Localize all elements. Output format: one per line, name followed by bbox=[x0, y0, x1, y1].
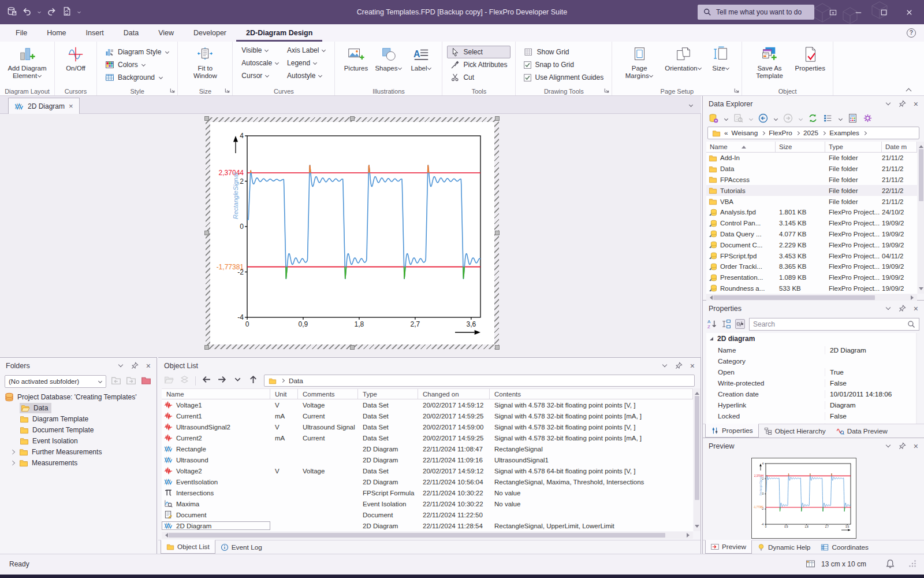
property-row[interactable]: Write-protectedFalse bbox=[706, 377, 917, 388]
objectlist-row[interactable]: MaximaEvent Isolation22/11/2024 10:30:22… bbox=[162, 498, 693, 509]
close-icon[interactable]: × bbox=[914, 442, 918, 450]
objectlist-tab-object-list[interactable]: Object List bbox=[161, 540, 215, 554]
tell-me-input[interactable] bbox=[716, 8, 808, 16]
ribbon-tab-home[interactable]: Home bbox=[37, 24, 76, 42]
chevron-right-icon[interactable] bbox=[10, 460, 16, 465]
objectlist-row[interactable]: Voltage2VVoltageData Set20/02/2017 14:59… bbox=[162, 465, 693, 476]
close-icon[interactable]: × bbox=[914, 305, 918, 313]
breadcrumb-collapsed[interactable]: « bbox=[724, 129, 728, 137]
help-icon[interactable]: ? bbox=[907, 28, 916, 38]
objectlist-forward-arrow-button[interactable] bbox=[217, 375, 227, 387]
ribbon-tab-data[interactable]: Data bbox=[114, 24, 148, 42]
preview-tab-preview[interactable]: Preview bbox=[705, 540, 752, 554]
vertical-scrollbar[interactable] bbox=[916, 333, 917, 425]
ribbon-tab-2d-diagram-design[interactable]: 2D-Diagram Design bbox=[236, 24, 322, 42]
explorer-row[interactable]: VBAFile folder21/11/2 bbox=[706, 196, 917, 207]
properties-tab-properties[interactable]: Properties bbox=[705, 424, 759, 438]
ribbon-button-label[interactable]: ALabel bbox=[405, 44, 437, 74]
diagram-page[interactable]: -4-202400,91,82,73,62,37044-1,77381Recta… bbox=[210, 122, 494, 344]
property-value[interactable]: False bbox=[825, 412, 917, 420]
column-header-unit[interactable]: Unit bbox=[270, 389, 298, 399]
objectlist-down-chevron-button[interactable] bbox=[233, 375, 243, 387]
ribbon-button-autostyle[interactable]: Autostyle bbox=[283, 69, 330, 82]
ribbon-button-diagram-style[interactable]: Diagram Style bbox=[102, 46, 173, 58]
ribbon-button-legend[interactable]: Legend bbox=[283, 57, 330, 69]
resize-handle[interactable] bbox=[204, 345, 209, 350]
breadcrumb-item-flexpro[interactable]: FlexPro bbox=[769, 129, 792, 137]
explorer-row[interactable]: Document C...2.229 KBFlexPro Project...1… bbox=[706, 239, 917, 250]
explorer-row[interactable]: DataFile folder21/11/2 bbox=[706, 164, 917, 175]
objectlist-row[interactable]: 2D Diagram2D Diagram22/11/2024 11:28:54R… bbox=[162, 520, 693, 531]
explorer-list-view-button[interactable] bbox=[823, 113, 833, 125]
objectlist-row[interactable]: EventIsolation2D Diagram22/11/2024 10:56… bbox=[162, 476, 693, 487]
ribbon-button-snap-to-grid[interactable]: Snap to Grid bbox=[520, 58, 607, 71]
ribbon-button-page-margins[interactable]: Page Margins bbox=[617, 44, 662, 81]
qat-customize-icon[interactable] bbox=[77, 10, 81, 14]
ribbon-button-add-diagram-element[interactable]: Add Diagram Element bbox=[5, 44, 50, 81]
panel-menu-icon[interactable] bbox=[886, 306, 891, 311]
close-icon[interactable]: × bbox=[146, 362, 151, 370]
property-row[interactable]: Name2D Diagram bbox=[706, 344, 917, 355]
objectlist-row[interactable]: IntersectionsFPScript Formula22/11/2024 … bbox=[162, 487, 693, 498]
ribbon-button-shapes[interactable]: Shapes bbox=[372, 44, 405, 74]
property-row[interactable]: LockedFalse bbox=[706, 410, 917, 421]
tab-2d-diagram[interactable]: 2D Diagram × bbox=[8, 98, 80, 114]
preview-tab-dynamic-help[interactable]: Dynamic Help bbox=[752, 540, 815, 554]
breadcrumb-item-2025[interactable]: 2025 bbox=[803, 129, 818, 137]
objectlist-tab-event-log[interactable]: Event Log bbox=[215, 540, 267, 554]
explorer-row[interactable]: Control Pan...3.145 KBFlexPro Project...… bbox=[706, 218, 917, 229]
collapse-ribbon-icon[interactable] bbox=[906, 88, 912, 92]
sort-az-icon[interactable]: AZ bbox=[707, 319, 717, 329]
ribbon-button-pick-attributes[interactable]: Pick Attributes bbox=[447, 58, 511, 71]
ribbon-button-orientation[interactable]: Orientation bbox=[662, 44, 705, 74]
objectlist-row[interactable]: Current2mACurrentData Set20/02/2017 14:5… bbox=[162, 432, 693, 443]
ribbon-button-fit-to-window[interactable]: Fit to Window bbox=[182, 44, 228, 81]
property-group[interactable]: 2D diagram bbox=[706, 333, 917, 344]
resize-grip[interactable] bbox=[908, 559, 917, 568]
vertical-scrollbar[interactable] bbox=[918, 142, 924, 294]
maximize-button[interactable] bbox=[871, 0, 896, 24]
panel-menu-icon[interactable] bbox=[662, 363, 668, 368]
close-icon[interactable]: × bbox=[690, 362, 695, 370]
explorer-calculator-button[interactable] bbox=[848, 113, 858, 125]
dialog-launcher-icon[interactable] bbox=[733, 87, 740, 94]
explorer-row[interactable]: Analysis.fpd1.801 KBFlexPro Project...24… bbox=[706, 207, 917, 218]
objectlist-row[interactable]: Current1mACurrentData Set20/02/2017 14:5… bbox=[162, 410, 693, 421]
panel-menu-icon[interactable] bbox=[886, 443, 891, 449]
pin-icon[interactable] bbox=[675, 362, 683, 369]
pin-icon[interactable] bbox=[899, 100, 906, 108]
chevron-right-icon[interactable] bbox=[10, 449, 16, 454]
ribbon-button-pictures[interactable]: Pictures bbox=[340, 44, 372, 74]
explorer-row[interactable]: TutorialsFile folder22/11/2 bbox=[706, 185, 917, 196]
explorer-row[interactable]: Data Query ...4.077 KBFlexPro Project...… bbox=[706, 229, 917, 240]
pin-icon[interactable] bbox=[899, 442, 906, 450]
tab-overflow-icon[interactable] bbox=[688, 103, 693, 108]
column-header-type[interactable]: Type bbox=[825, 142, 882, 152]
chevron-down-icon[interactable] bbox=[37, 10, 42, 14]
folders-folder-activate-button[interactable] bbox=[141, 375, 151, 388]
tree-item-diagram-template[interactable]: Diagram Template bbox=[0, 413, 157, 424]
ribbon-button-background[interactable]: Background bbox=[102, 71, 173, 84]
ribbon-button-save-as-template[interactable]: Save As Template bbox=[747, 44, 792, 81]
qat-undo-button[interactable] bbox=[22, 6, 32, 18]
property-value[interactable]: Diagram bbox=[825, 401, 917, 409]
qat-project-database-button[interactable] bbox=[7, 6, 17, 18]
vertical-scrollbar[interactable] bbox=[694, 388, 701, 531]
subfolder-combo[interactable]: (No activated subfolder) bbox=[5, 375, 106, 388]
ribbon-button-colors[interactable]: Colors bbox=[102, 58, 173, 71]
property-value[interactable]: False bbox=[825, 379, 917, 387]
selection-hatch-border[interactable]: -4-202400,91,82,73,62,37044-1,77381Recta… bbox=[206, 117, 499, 349]
column-header-size[interactable]: Size bbox=[776, 142, 825, 152]
ribbon-button-visible[interactable]: Visible bbox=[237, 44, 283, 57]
panel-menu-icon[interactable] bbox=[886, 101, 891, 106]
column-header-contents[interactable]: Contents bbox=[490, 389, 693, 399]
checkbox-icon[interactable] bbox=[524, 74, 531, 81]
ribbon-button-show-grid[interactable]: Show Grid bbox=[520, 46, 607, 58]
pin-icon[interactable] bbox=[899, 305, 906, 312]
column-header-name[interactable]: Name bbox=[162, 389, 270, 399]
resize-handle[interactable] bbox=[495, 116, 500, 121]
breadcrumb-item-data[interactable]: Data bbox=[289, 377, 303, 385]
objectlist-up-arrow-button[interactable] bbox=[248, 375, 258, 387]
property-row[interactable]: Category bbox=[706, 355, 917, 366]
dialog-launcher-icon[interactable] bbox=[603, 87, 610, 94]
